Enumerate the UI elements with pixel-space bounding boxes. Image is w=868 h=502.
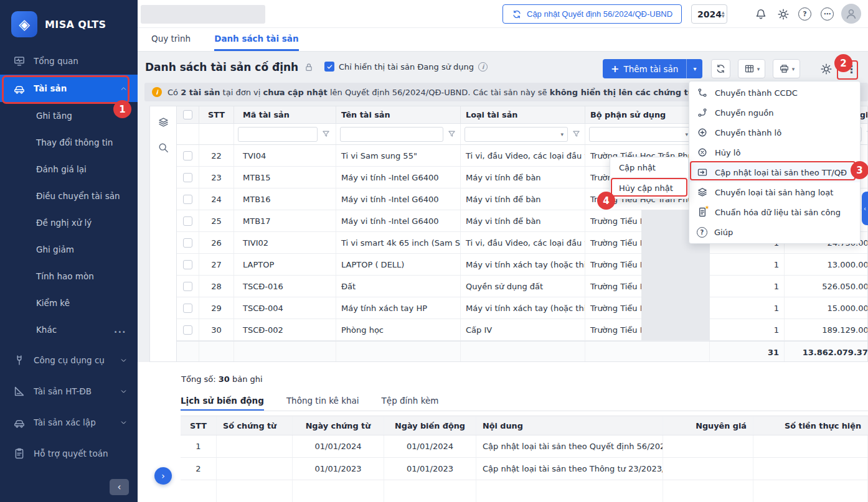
table-row[interactable]: 28 TSCĐ-016 Đất Quyền sử dụng đất Trường…: [177, 276, 868, 297]
col-name[interactable]: Tên tài sản: [336, 106, 461, 123]
sidebar-item-quyet-toan[interactable]: Hỗ trợ quyết toán: [0, 440, 138, 467]
funnel-icon[interactable]: [572, 129, 581, 139]
sidebar-item-tools[interactable]: Công cụ dụng cụ: [0, 346, 138, 374]
sidebar-subitem[interactable]: Ghi tăng: [0, 102, 138, 129]
add-asset-main[interactable]: + Thêm tài sản: [603, 59, 686, 78]
sidebar-subitem[interactable]: Đánh giá lại: [0, 156, 138, 182]
avatar[interactable]: [841, 4, 861, 24]
tab-history[interactable]: Lịch sử biến động: [181, 392, 264, 411]
funnel-icon[interactable]: [447, 129, 456, 139]
filter-code-input[interactable]: [238, 127, 318, 142]
sidebar-item-assets[interactable]: Tài sản: [0, 75, 138, 102]
menu-item-convert-ccdc[interactable]: Chuyển thành CCDC: [689, 83, 860, 103]
sidebar-subitem[interactable]: Kiểm kê: [0, 289, 138, 316]
detail-row-partial: [181, 480, 868, 502]
spinner-down-icon[interactable]: ▼: [722, 14, 725, 18]
menu-item-transfer-source[interactable]: Chuyển nguồn: [689, 103, 860, 123]
tab-attachments[interactable]: Tệp đính kèm: [382, 392, 439, 411]
menu-item-label: Hủy lô: [715, 148, 740, 157]
menu-item-bulk-change-type[interactable]: Chuyển loại tài sản hàng loạt: [689, 182, 860, 202]
tab-process[interactable]: Quy trình: [151, 28, 191, 51]
menu-item-help[interactable]: ? Giúp: [689, 222, 860, 242]
more-ellipsis-icon[interactable]: ...: [114, 325, 126, 335]
table-settings-button[interactable]: [819, 62, 834, 77]
tab-asset-list[interactable]: Danh sách tài sản: [214, 28, 298, 51]
sidebar-subitem[interactable]: Điều chuyển tài sản: [0, 182, 138, 209]
person-icon: [844, 7, 858, 21]
row-checkbox[interactable]: [183, 151, 192, 160]
sidebar-item-overview[interactable]: Tổng quan: [0, 47, 138, 75]
col-cost: Nguyên giá: [663, 416, 753, 435]
add-asset-dropdown[interactable]: ▾: [686, 59, 702, 78]
sidebar-collapse-button[interactable]: ‹: [110, 479, 129, 495]
sidebar-asset-submenu: Ghi tăng Thay đổi thông tin Đánh giá lại…: [0, 102, 138, 316]
info-icon[interactable]: i: [478, 62, 488, 72]
menu-item-standardize-data[interactable]: ★ Chuẩn hóa dữ liệu tài sản công: [689, 202, 860, 222]
menu-item-label: Chuyển thành lô: [715, 128, 781, 137]
sidebar-subitem[interactable]: Ghi giảm: [0, 236, 138, 263]
menu-item-convert-lot[interactable]: Chuyển thành lô: [689, 123, 860, 142]
more-options-button[interactable]: ⋯: [821, 7, 834, 21]
add-asset-button[interactable]: + Thêm tài sản ▾: [603, 59, 702, 78]
menu-item-cancel-lot[interactable]: Hủy lô: [689, 142, 860, 162]
row-checkbox[interactable]: [183, 238, 192, 248]
print-button[interactable]: ▾: [773, 59, 800, 78]
settings-button[interactable]: [776, 7, 791, 22]
row-checkbox[interactable]: [183, 260, 192, 269]
refresh-button[interactable]: [711, 59, 730, 78]
sidebar-subitem[interactable]: Tính hao mòn: [0, 263, 138, 289]
col-stt[interactable]: STT: [199, 106, 234, 123]
row-checkbox[interactable]: [183, 216, 192, 226]
funnel-icon[interactable]: [866, 129, 868, 139]
sidebar-subitem[interactable]: Đề nghị xử lý: [0, 209, 138, 236]
year-selector[interactable]: 2024 ▲ ▼: [691, 4, 727, 24]
table-row[interactable]: 30 TSCĐ-002 Phòng học Cấp IV Trường Tiểu…: [177, 319, 868, 341]
submenu-item-cancel-update[interactable]: Hủy cập nhật: [610, 178, 688, 198]
more-actions-button[interactable]: ⋮: [844, 62, 859, 77]
layers-icon[interactable]: [158, 116, 169, 128]
checkbox-checked[interactable]: [324, 62, 334, 72]
update-decision-button[interactable]: Cập nhật Quyết định 56/2024/QĐ-UBND: [502, 4, 682, 24]
row-checkbox[interactable]: [183, 195, 192, 204]
help-button[interactable]: ?: [798, 7, 811, 21]
in-use-filter[interactable]: Chỉ hiển thị tài sản Đang sử dụng i: [324, 62, 488, 72]
table-row[interactable]: 27 LAPTOP LAPTOP ( DELL) Máy vi tính xác…: [177, 254, 868, 276]
row-checkbox[interactable]: [183, 325, 192, 335]
col-code[interactable]: Mã tài sản: [234, 106, 336, 123]
sidebar-item-xac-lap[interactable]: Tài sản xác lập: [0, 409, 138, 436]
convert-lot-icon: [697, 127, 708, 138]
year-spinner[interactable]: ▲ ▼: [722, 11, 729, 18]
sidebar-subitem-khac[interactable]: Khác ...: [0, 316, 138, 343]
funnel-icon[interactable]: [321, 129, 331, 139]
row-checkbox[interactable]: [183, 304, 192, 313]
row-checkbox[interactable]: [183, 173, 192, 182]
detail-row[interactable]: 2 01/01/2023 01/01/2023 Cập nhật loại tà…: [181, 458, 868, 480]
filter-type-select[interactable]: ▾: [465, 127, 568, 142]
tab-declaration[interactable]: Thông tin kê khai: [286, 392, 359, 411]
row-checkbox[interactable]: [183, 282, 192, 291]
detail-row[interactable]: 1 01/01/2024 01/01/2024 Cập nhật loại tà…: [181, 435, 868, 458]
select-all-checkbox[interactable]: [183, 110, 192, 119]
expand-right-panel-button[interactable]: ‹: [862, 192, 868, 225]
chevron-down-icon: [120, 356, 128, 365]
cell-cost: [663, 435, 753, 457]
car-icon: [13, 82, 26, 95]
sidebar-item-ht-db[interactable]: Tài sản HT-ĐB: [0, 378, 138, 405]
menu-item-label: Giúp: [714, 228, 733, 237]
search-icon[interactable]: [158, 142, 169, 154]
refresh-icon: [512, 9, 522, 19]
cell-stt: 29: [199, 297, 234, 318]
col-type[interactable]: Loại tài sản: [461, 106, 585, 123]
expand-detail-button[interactable]: ›: [154, 467, 172, 485]
filter-dept-select[interactable]: ▾: [589, 127, 692, 142]
table-row[interactable]: 29 TSCĐ-004 Máy tính xách tay HP Máy vi …: [177, 297, 868, 319]
summary-cost: 13.862.079.379: [785, 342, 868, 362]
submenu-item-update[interactable]: Cập nhật: [610, 157, 688, 178]
caret-down-icon: ▾: [792, 66, 795, 72]
sidebar-subitem[interactable]: Thay đổi thông tin: [0, 129, 138, 156]
menu-item-update-asset-type[interactable]: Cập nhật loại tài sản theo TT/QĐ ›: [689, 162, 860, 182]
cell-amount: [753, 435, 868, 457]
layout-grid-button[interactable]: ▾: [738, 59, 765, 78]
notifications-button[interactable]: [753, 7, 768, 22]
filter-name-input[interactable]: [340, 127, 443, 142]
